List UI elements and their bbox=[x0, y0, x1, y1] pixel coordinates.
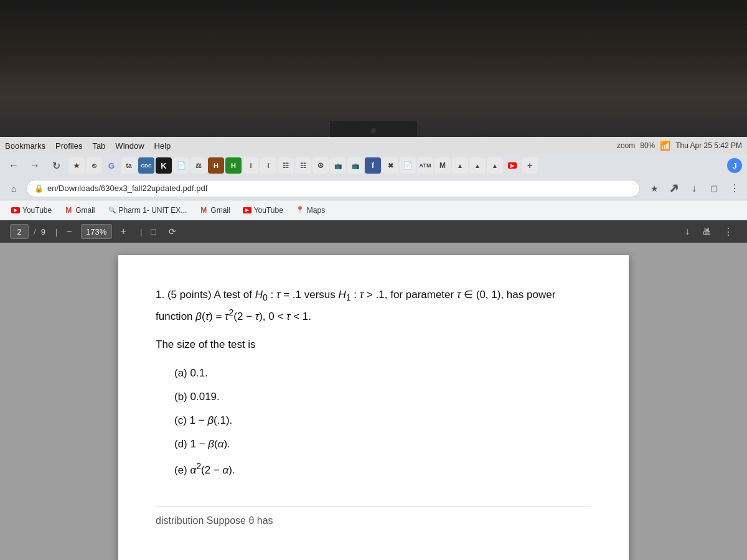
ext-icon-tri1[interactable]: ▲ bbox=[452, 157, 468, 174]
pdf-zoom-out-button[interactable]: − bbox=[62, 225, 75, 238]
ext-icon-5[interactable]: ⚖ bbox=[190, 157, 207, 174]
pdf-page-separator: / bbox=[34, 227, 36, 236]
menubar-help[interactable]: Help bbox=[154, 141, 171, 151]
extensions-icon[interactable]: 🡽 bbox=[666, 180, 682, 197]
ext-icon-ta[interactable]: ta bbox=[121, 157, 137, 174]
camera-dot bbox=[371, 128, 376, 133]
profile-avatar[interactable]: J bbox=[727, 158, 742, 173]
option-e: (e) α2(2 − α). bbox=[174, 457, 591, 481]
gmail-favicon-2: M bbox=[199, 206, 208, 215]
reader-mode-icon[interactable]: ▢ bbox=[706, 180, 722, 197]
reload-button[interactable]: ↻ bbox=[47, 157, 65, 174]
pdf-zoom-in-button[interactable]: + bbox=[117, 225, 130, 238]
ext-icon-m[interactable]: M bbox=[435, 157, 451, 174]
pdf-divider-2: | bbox=[140, 227, 142, 236]
ext-icon-8[interactable]: 📺 bbox=[347, 157, 364, 174]
ext-icon-tri2[interactable]: ▲ bbox=[469, 157, 486, 174]
pdf-download-button[interactable]: ↓ bbox=[681, 225, 693, 238]
forward-button[interactable]: → bbox=[26, 157, 44, 174]
problem-points: (5 points) A test of H0 : τ = .1 versus … bbox=[156, 289, 555, 322]
option-b: (b) 0.019. bbox=[174, 386, 591, 408]
address-bar[interactable]: 🔒 en/Downloads/630ex3_fall22updated.pdf.… bbox=[26, 180, 640, 197]
menubar-bookmarks[interactable]: Bookmarks bbox=[5, 141, 45, 151]
ext-icon-1[interactable]: ★ bbox=[68, 157, 85, 174]
youtube-favicon-2: ▶ bbox=[243, 207, 251, 213]
bookmark-youtube-2[interactable]: ▶ YouTube bbox=[238, 204, 288, 217]
bookmark-pharm[interactable]: 🔍 Pharm 1- UNIT EX... bbox=[103, 204, 192, 217]
ext-icon-9[interactable]: ✖ bbox=[382, 157, 398, 174]
bookmark-label-maps: Maps bbox=[307, 206, 325, 215]
ext-icon-plus[interactable]: + bbox=[522, 157, 538, 174]
menubar-left: Bookmarks Profiles Tab Window Help bbox=[5, 141, 617, 151]
ext-icon-2[interactable]: ⎋ bbox=[86, 157, 102, 174]
ext-icon-7[interactable]: 📺 bbox=[330, 157, 346, 174]
ext-icon-grid2[interactable]: ☷ bbox=[295, 157, 311, 174]
ext-icon-tri3[interactable]: ▲ bbox=[487, 157, 503, 174]
ext-icon-3[interactable]: G bbox=[103, 157, 120, 174]
pdf-fit-button[interactable]: □ bbox=[147, 225, 159, 238]
address-bar-row: ⌂ 🔒 en/Downloads/630ex3_fall22updated.pd… bbox=[0, 177, 747, 200]
home-icon: ⌂ bbox=[11, 184, 16, 194]
menubar-tab[interactable]: Tab bbox=[92, 141, 105, 151]
ext-icon-h1[interactable]: H bbox=[208, 157, 224, 174]
ext-icon-grid1[interactable]: ☷ bbox=[278, 157, 294, 174]
bookmark-label-pharm: Pharm 1- UNIT EX... bbox=[119, 206, 187, 215]
home-button[interactable]: ⌂ bbox=[5, 180, 22, 197]
room-background bbox=[0, 0, 747, 137]
bookmark-label-youtube-2: YouTube bbox=[254, 206, 283, 215]
ext-icon-i2[interactable]: í bbox=[260, 157, 276, 174]
ext-icon-i1[interactable]: i bbox=[243, 157, 259, 174]
option-d: (d) 1 − β(α). bbox=[174, 434, 591, 455]
ext-icon-fb[interactable]: f bbox=[365, 157, 381, 174]
chrome-menu-icon[interactable]: ⋮ bbox=[726, 180, 742, 197]
bookmark-youtube-1[interactable]: ▶ YouTube bbox=[6, 204, 57, 217]
download-icon[interactable]: ↓ bbox=[686, 180, 702, 197]
pdf-print-button[interactable]: 🖶 bbox=[698, 225, 715, 238]
pdf-toolbar: / 9 | − + | □ ⟳ ↓ 🖶 ⋮ bbox=[0, 220, 747, 243]
answer-options: (a) 0.1. (b) 0.019. (c) 1 − β(.1). (d) 1… bbox=[174, 363, 591, 481]
option-a: (a) 0.1. bbox=[174, 363, 591, 384]
bookmark-gmail-1[interactable]: M Gmail bbox=[59, 204, 100, 217]
ext-icon-atm[interactable]: ATM bbox=[417, 157, 433, 174]
option-c: (c) 1 − β(.1). bbox=[174, 410, 591, 431]
back-icon: ← bbox=[9, 160, 19, 171]
ext-icon-doc[interactable]: 📄 bbox=[400, 157, 416, 174]
footer-partial-text: distribution Suppose θ has bbox=[156, 515, 273, 526]
option-d-label: (d) bbox=[174, 438, 190, 450]
option-d-value: 1 − β(α). bbox=[190, 438, 230, 450]
ext-icon-6[interactable]: ☮ bbox=[312, 157, 329, 174]
menubar-profiles[interactable]: Profiles bbox=[55, 141, 82, 151]
menubar-right: zoom 80% 📶 Thu Apr 25 5:42 PM bbox=[617, 141, 742, 151]
bookmark-star-icon[interactable]: ★ bbox=[646, 180, 662, 197]
bookmark-maps[interactable]: 📍 Maps bbox=[291, 204, 330, 217]
option-a-label: (a) bbox=[174, 367, 190, 379]
pdf-divider: | bbox=[55, 227, 57, 236]
browser-window: ← → ↻ ★ ⎋ G ta CDC K 📄 ⚖ H H i í ☷ ☷ ☮ 📺… bbox=[0, 154, 747, 560]
pdf-viewer: / 9 | − + | □ ⟳ ↓ 🖶 ⋮ 1. (5 points) bbox=[0, 220, 747, 560]
ext-icon-cdc[interactable]: CDC bbox=[138, 157, 154, 174]
page-footer-partial: distribution Suppose θ has bbox=[156, 506, 591, 529]
reload-icon: ↻ bbox=[52, 160, 60, 172]
bookmark-gmail-2[interactable]: M Gmail bbox=[194, 204, 235, 217]
pdf-page-input[interactable] bbox=[10, 224, 29, 239]
pdf-zoom-input[interactable] bbox=[81, 224, 112, 239]
menubar-zoom-label: zoom bbox=[617, 141, 635, 150]
ext-icon-h2[interactable]: H bbox=[225, 157, 242, 174]
problem-number: 1. bbox=[156, 289, 167, 301]
bookmark-label-youtube-1: YouTube bbox=[22, 206, 52, 215]
youtube-favicon-1: ▶ bbox=[11, 207, 20, 213]
pdf-more-button[interactable]: ⋮ bbox=[720, 225, 737, 239]
ext-icon-k[interactable]: K bbox=[156, 157, 172, 174]
option-e-label: (e) bbox=[174, 464, 190, 476]
back-button[interactable]: ← bbox=[5, 157, 22, 174]
option-b-label: (b) bbox=[174, 391, 190, 403]
url-text: en/Downloads/630ex3_fall22updated.pdf.pd… bbox=[47, 184, 207, 193]
menubar-window[interactable]: Window bbox=[115, 141, 144, 151]
ext-icon-4[interactable]: 📄 bbox=[173, 157, 189, 174]
pharm-favicon: 🔍 bbox=[108, 206, 116, 215]
extension-icons-area: ★ ⎋ G ta CDC K 📄 ⚖ H H i í ☷ ☷ ☮ 📺 📺 f ✖… bbox=[68, 157, 723, 174]
pdf-toolbar-right: ↓ 🖶 ⋮ bbox=[681, 225, 737, 239]
pdf-rotate-button[interactable]: ⟳ bbox=[165, 225, 180, 238]
pdf-page-total: 9 bbox=[41, 227, 45, 236]
ext-icon-yt[interactable]: ▶ bbox=[504, 157, 520, 174]
